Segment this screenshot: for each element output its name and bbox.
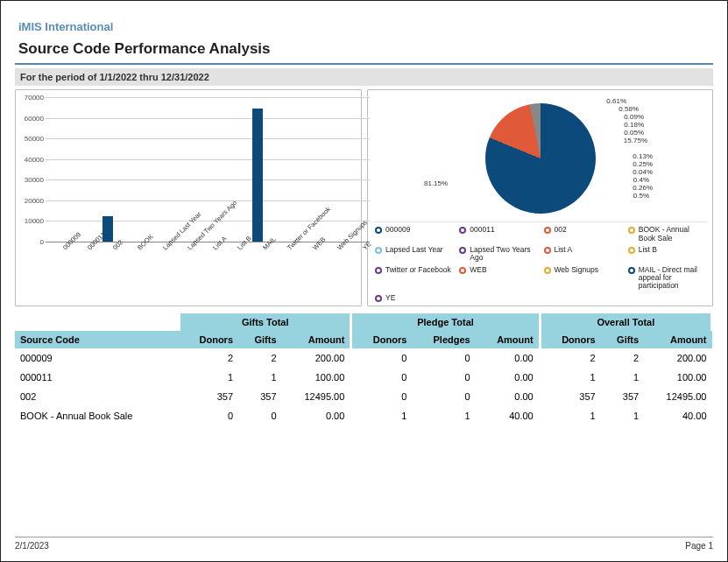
table-cell: 0 bbox=[351, 387, 412, 406]
table-cell: 0 bbox=[180, 406, 238, 425]
pie-callout: 0.4% bbox=[633, 176, 649, 184]
table-cell: 200.00 bbox=[282, 348, 351, 368]
gridline bbox=[46, 200, 370, 201]
pie-callout: 0.13% bbox=[633, 152, 653, 160]
legend-label: Web Signups bbox=[555, 266, 598, 274]
pie-callout: 0.61% bbox=[606, 97, 626, 105]
table-cell: 0.00 bbox=[476, 387, 541, 406]
gridline bbox=[46, 159, 370, 160]
y-axis-tick: 50000 bbox=[21, 135, 44, 143]
legend-swatch bbox=[459, 267, 466, 274]
legend-label: List B bbox=[639, 246, 657, 254]
table-row: 00000922200.00000.0022200.00 bbox=[15, 348, 712, 368]
pie-main-label: 81.15% bbox=[424, 179, 448, 187]
col-p-amount: Amount bbox=[476, 331, 541, 348]
table-cell: 1 bbox=[180, 368, 238, 387]
table-cell: 0 bbox=[238, 406, 282, 425]
pie-callout: 0.05% bbox=[624, 129, 644, 137]
legend-label: YE bbox=[385, 294, 395, 302]
x-axis-tick: List A bbox=[211, 235, 228, 251]
legend-label: 000011 bbox=[470, 226, 494, 234]
gridline bbox=[46, 179, 370, 180]
pie-chart: 81.15% 0.61% 0.58% 0.09% 0.18% 0.05% 15.… bbox=[367, 89, 713, 306]
legend-label: WEB bbox=[470, 266, 486, 274]
pie-callout: 0.04% bbox=[633, 168, 653, 176]
bar-chart: 0100002000030000400005000060000700000000… bbox=[15, 89, 362, 306]
table-cell: 002 bbox=[15, 387, 180, 406]
data-table: Gifts Total Pledge Total Overall Total S… bbox=[15, 313, 713, 425]
y-axis-tick: 10000 bbox=[21, 217, 44, 225]
x-axis-tick: List B bbox=[236, 235, 253, 252]
title-divider bbox=[15, 63, 713, 65]
y-axis-tick: 20000 bbox=[21, 197, 44, 205]
table-cell: 0 bbox=[412, 387, 475, 406]
legend-swatch bbox=[544, 267, 551, 274]
bar bbox=[252, 109, 263, 242]
legend-swatch bbox=[375, 227, 382, 234]
legend-label: Twitter or Facebook bbox=[385, 266, 451, 274]
table-cell: 40.00 bbox=[476, 406, 541, 425]
pie-callout: 15.75% bbox=[624, 137, 647, 144]
legend-swatch bbox=[544, 247, 551, 254]
y-axis-tick: 60000 bbox=[21, 115, 44, 123]
period-bar: For the period of 1/1/2022 thru 12/31/20… bbox=[15, 68, 713, 86]
x-axis-tick: MAIL bbox=[261, 235, 278, 252]
table-cell: 357 bbox=[238, 387, 282, 406]
pie-callout: 0.58% bbox=[618, 105, 639, 113]
pie-legend: 000009 000011 002 BOOK - Annual Book Sal… bbox=[373, 221, 707, 304]
page-title: Source Code Performance Analysis bbox=[18, 40, 713, 58]
pie-graphic bbox=[485, 103, 596, 214]
pie-callout: 0.09% bbox=[624, 113, 644, 121]
col-g-gifts: Gifts bbox=[238, 331, 282, 348]
legend-swatch bbox=[375, 247, 382, 254]
table-cell: 357 bbox=[540, 387, 600, 406]
col-o-gifts: Gifts bbox=[601, 331, 645, 348]
col-source: Source Code bbox=[15, 331, 180, 348]
table-cell: 1 bbox=[412, 406, 475, 425]
col-o-amount: Amount bbox=[644, 331, 711, 348]
table-cell: 0.00 bbox=[476, 348, 541, 368]
y-axis-tick: 0 bbox=[21, 238, 44, 246]
table-cell: 0 bbox=[351, 348, 412, 368]
group-header-gifts: Gifts Total bbox=[180, 313, 351, 331]
table-cell: 000009 bbox=[15, 348, 180, 368]
legend-swatch bbox=[628, 267, 635, 274]
table-cell: 0.00 bbox=[476, 368, 541, 387]
legend-swatch bbox=[628, 227, 635, 234]
table-column-header: Source Code Donors Gifts Amount Donors P… bbox=[15, 331, 712, 348]
legend-swatch bbox=[459, 227, 466, 234]
legend-swatch bbox=[628, 247, 635, 254]
table-cell: 1 bbox=[540, 368, 600, 387]
gridline bbox=[46, 138, 370, 139]
legend-label: Lapsed Two Years Ago bbox=[470, 246, 536, 263]
gridline bbox=[46, 118, 370, 119]
group-header-pledge: Pledge Total bbox=[351, 313, 540, 331]
table-cell: 0 bbox=[412, 348, 475, 368]
col-p-pledges: Pledges bbox=[412, 331, 475, 348]
table-cell: 1 bbox=[540, 406, 600, 425]
table-cell: 357 bbox=[601, 387, 645, 406]
table-cell: 1 bbox=[238, 368, 282, 387]
y-axis-tick: 30000 bbox=[21, 176, 44, 184]
bar bbox=[102, 216, 113, 242]
legend-label: BOOK - Annual Book Sale bbox=[639, 226, 705, 242]
table-cell: 2 bbox=[180, 348, 238, 368]
y-axis-tick: 70000 bbox=[21, 94, 44, 102]
table-cell: 000011 bbox=[15, 368, 180, 387]
table-cell: 0 bbox=[412, 368, 475, 387]
pie-callout: 0.25% bbox=[633, 160, 653, 168]
legend-label: List A bbox=[555, 246, 573, 254]
table-cell: 357 bbox=[180, 387, 238, 406]
pie-callout: 0.26% bbox=[633, 184, 653, 192]
legend-label: Lapsed Last Year bbox=[385, 246, 443, 254]
table-cell: 12495.00 bbox=[644, 387, 711, 406]
gridline bbox=[46, 97, 370, 98]
group-header-overall: Overall Total bbox=[540, 313, 711, 331]
table-row: 00235735712495.00000.0035735712495.00 bbox=[15, 387, 712, 406]
x-axis-tick: 002 bbox=[111, 238, 124, 251]
org-name: iMIS International bbox=[18, 20, 713, 33]
legend-swatch bbox=[375, 267, 382, 274]
table-row: BOOK - Annual Book Sale000.001140.001140… bbox=[15, 406, 712, 425]
col-p-donors: Donors bbox=[351, 331, 412, 348]
legend-swatch bbox=[375, 295, 382, 302]
